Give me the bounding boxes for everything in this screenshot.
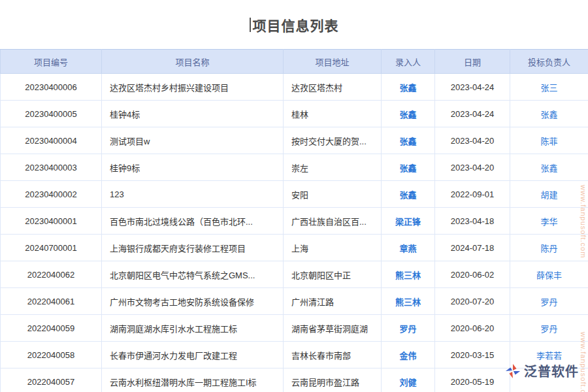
project-address-cell: 北京朝阳区中正 [284, 261, 382, 288]
project-info-table: 项目编号 项目名称 项目地址 录入人 日期 投标负责人 20230400006 … [0, 49, 588, 392]
bid-manager-cell: 李若若 [510, 342, 588, 368]
column-header-bid-manager: 投标负责人 [510, 50, 588, 74]
project-id-cell: 20240700001 [1, 235, 102, 261]
project-id-cell: 20230400005 [1, 101, 102, 127]
entry-person-link[interactable]: 张鑫 [399, 163, 416, 173]
table-body: 20230400006 达孜区塔杰村乡村振兴建设项目 达孜区塔杰村 张鑫 202… [1, 74, 588, 392]
project-address-cell: 达孜区塔杰村 [284, 74, 382, 101]
date-cell: 2020-06-20 [435, 315, 510, 342]
entry-person-cell: 张鑫 [382, 127, 435, 154]
bid-manager-cell: 陈菲 [510, 127, 588, 154]
table-header: 项目编号 项目名称 项目地址 录入人 日期 投标负责人 [1, 50, 588, 74]
bid-manager-cell: 薛保丰 [510, 261, 588, 288]
project-name-cell: 长春市伊通河水力发电厂改建工程 [102, 342, 284, 368]
entry-person-cell: 章燕 [382, 235, 435, 261]
project-id-cell: 20230400001 [1, 208, 102, 235]
date-cell: 2020-05-19 [435, 368, 510, 392]
project-address-cell: 按时交付大厦的贺... [284, 127, 382, 154]
bid-manager-link[interactable]: 陈丹 [540, 244, 557, 253]
project-id-cell: 2022040059 [1, 315, 102, 342]
bid-manager-link[interactable]: 薛保丰 [536, 270, 562, 280]
project-name-cell: 云南水利枢纽潜明水库一期工程施工I标 [102, 368, 284, 392]
bid-manager-cell: 罗丹 [510, 288, 588, 315]
date-cell: 2023-04-24 [435, 101, 510, 127]
date-cell: 2024-07-18 [435, 235, 510, 261]
project-id-cell: 2022040058 [1, 342, 102, 368]
entry-person-cell: 熊三林 [382, 261, 435, 288]
column-header-project-id: 项目编号 [1, 50, 102, 74]
project-id-cell: 2022040062 [1, 261, 102, 288]
bid-manager-link[interactable]: 罗丹 [540, 324, 557, 334]
entry-person-link[interactable]: 梁正锋 [395, 217, 421, 227]
bid-manager-link[interactable]: 罗丹 [540, 297, 557, 307]
project-name-cell: 测试项目w [102, 127, 284, 154]
date-cell: 2020-06-02 [435, 261, 510, 288]
project-address-cell: 崇左 [284, 154, 382, 181]
project-id-cell: 2022040057 [1, 368, 102, 392]
bid-manager-link[interactable]: 胡建 [540, 190, 557, 200]
project-name-cell: 北京朝阳区电气中芯特气系统之GMS... [102, 261, 284, 288]
bid-manager-cell: 张鑫 [510, 101, 588, 127]
table-row: 20230400004 测试项目w 按时交付大厦的贺... 张鑫 2023-04… [1, 127, 588, 154]
bid-manager-link[interactable]: 张三 [540, 83, 557, 93]
table-row: 20240700001 上海银行成都天府支行装修工程项目 上海 章燕 2024-… [1, 235, 588, 261]
column-header-entry-person: 录入人 [382, 50, 435, 74]
date-cell: 2023-04-20 [435, 154, 510, 181]
entry-person-link[interactable]: 刘健 [399, 378, 416, 387]
project-name-cell: 上海银行成都天府支行装修工程项目 [102, 235, 284, 261]
entry-person-link[interactable]: 张鑫 [399, 110, 416, 120]
entry-person-link[interactable]: 熊三林 [395, 270, 421, 280]
table-row: 20230400003 桂钟9标 崇左 张鑫 2023-04-20 张鑫 [1, 154, 588, 181]
project-name-cell: 湖南洞庭湖水库引水水工程施工标 [102, 315, 284, 342]
text-cursor [250, 18, 251, 32]
bid-manager-link[interactable]: 陈菲 [540, 137, 557, 146]
project-address-cell: 桂林 [284, 101, 382, 127]
page-header: 项目信息列表 [0, 0, 588, 49]
date-cell: 2023-04-20 [435, 127, 510, 154]
entry-person-link[interactable]: 张鑫 [399, 190, 416, 200]
project-name-cell: 达孜区塔杰村乡村振兴建设项目 [102, 74, 284, 101]
column-header-date: 日期 [435, 50, 510, 74]
bid-manager-cell: 罗丹 [510, 315, 588, 342]
entry-person-link[interactable]: 章燕 [399, 244, 416, 253]
entry-person-link[interactable]: 罗丹 [399, 324, 416, 334]
project-name-cell: 桂钟9标 [102, 154, 284, 181]
table-row: 2022040059 湖南洞庭湖水库引水水工程施工标 湖南省茅草街洞庭湖 罗丹 … [1, 315, 588, 342]
table-row: 20230400002 123 安阳 张鑫 2022-09-01 胡建 [1, 181, 588, 208]
bid-manager-cell: 陈丹 [510, 235, 588, 261]
entry-person-cell: 罗丹 [382, 315, 435, 342]
date-cell: 2023-04-18 [435, 208, 510, 235]
entry-person-cell: 梁正锋 [382, 208, 435, 235]
table-row: 2022040057 云南水利枢纽潜明水库一期工程施工I标 云南昆明市盈江路 刘… [1, 368, 588, 392]
bid-manager-cell: 胡建 [510, 181, 588, 208]
project-name-cell: 百色市南北过境线公路（百色市北环... [102, 208, 284, 235]
bid-manager-link[interactable]: 李华 [540, 217, 557, 227]
project-id-cell: 20230400002 [1, 181, 102, 208]
project-id-cell: 20230400003 [1, 154, 102, 181]
table-row: 2022040058 长春市伊通河水力发电厂改建工程 吉林长春市南部 金伟 20… [1, 342, 588, 368]
page-title: 项目信息列表 [253, 15, 339, 35]
bid-manager-link[interactable]: 张鑫 [540, 163, 557, 173]
table-row: 20230400005 桂钟4标 桂林 张鑫 2023-04-24 张鑫 [1, 101, 588, 127]
bid-manager-cell: 李华 [510, 208, 588, 235]
entry-person-link[interactable]: 张鑫 [399, 137, 416, 146]
table-row: 2022040061 广州市文物考古工地安防系统设备保修 广州清江路 熊三林 2… [1, 288, 588, 315]
date-cell: 2020-07-20 [435, 288, 510, 315]
table-row: 2022040062 北京朝阳区电气中芯特气系统之GMS... 北京朝阳区中正 … [1, 261, 588, 288]
entry-person-cell: 张鑫 [382, 101, 435, 127]
date-cell: 2020-03-15 [435, 342, 510, 368]
entry-person-link[interactable]: 张鑫 [399, 83, 416, 93]
entry-person-cell: 金伟 [382, 342, 435, 368]
column-header-project-name: 项目名称 [102, 50, 284, 74]
project-address-cell: 云南昆明市盈江路 [284, 368, 382, 392]
project-address-cell: 湖南省茅草街洞庭湖 [284, 315, 382, 342]
bid-manager-link[interactable]: 李若若 [536, 351, 562, 361]
bid-manager-link[interactable]: 张鑫 [540, 110, 557, 120]
entry-person-cell: 刘健 [382, 368, 435, 392]
date-cell: 2022-09-01 [435, 181, 510, 208]
entry-person-link[interactable]: 熊三林 [395, 297, 421, 307]
project-id-cell: 20230400004 [1, 127, 102, 154]
bid-manager-cell: 张三 [510, 74, 588, 101]
column-header-project-address: 项目地址 [284, 50, 382, 74]
entry-person-link[interactable]: 金伟 [399, 351, 416, 361]
